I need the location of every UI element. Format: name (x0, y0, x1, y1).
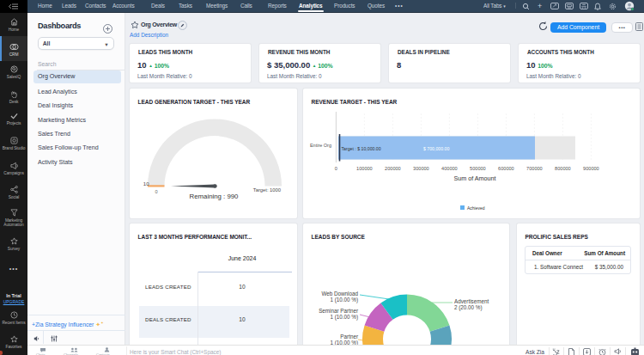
svg-text:100000: 100000 (356, 166, 373, 171)
svg-text:500000: 500000 (470, 166, 486, 171)
svg-text:700000: 700000 (526, 166, 543, 171)
svg-text:Target : $ 10,000.00: Target : $ 10,000.00 (342, 145, 381, 150)
svg-text:$ 700,000.00: $ 700,000.00 (423, 145, 449, 150)
svg-text:800000: 800000 (555, 166, 571, 171)
svg-text:0: 0 (335, 166, 337, 171)
svg-text:0: 0 (155, 188, 157, 193)
svg-text:Sum of Amount: Sum of Amount (453, 174, 495, 182)
svg-text:Seminar Partner: Seminar Partner (319, 308, 358, 314)
svg-text:1 (10.00 %): 1 (10.00 %) (330, 297, 358, 303)
svg-text:Web Download: Web Download (321, 291, 358, 297)
svg-text:2 (20.00 %): 2 (20.00 %) (454, 304, 483, 311)
svg-text:Partner: Partner (340, 334, 358, 340)
svg-text:200000: 200000 (385, 166, 401, 171)
svg-text:900000: 900000 (583, 166, 599, 171)
svg-text:600000: 600000 (498, 166, 514, 171)
svg-text:10: 10 (143, 181, 149, 186)
svg-text:Entire Org: Entire Org (310, 142, 331, 147)
svg-text:Target: 1000: Target: 1000 (253, 187, 281, 192)
svg-text:Remaining : 990: Remaining : 990 (190, 193, 239, 200)
svg-text:Achieved: Achieved (467, 205, 485, 210)
svg-text:Advertisement: Advertisement (454, 298, 489, 304)
svg-text:400000: 400000 (441, 166, 458, 171)
svg-text:300000: 300000 (413, 166, 429, 171)
svg-text:1 (10.00 %): 1 (10.00 %) (330, 314, 358, 321)
